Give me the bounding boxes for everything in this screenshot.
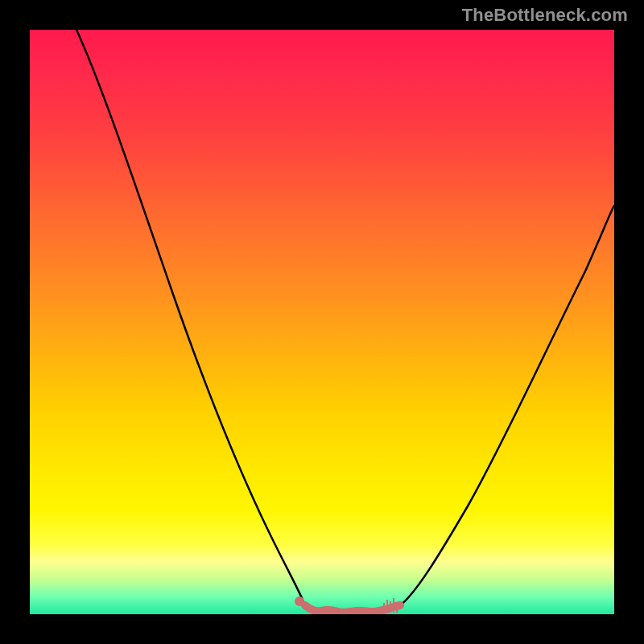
chart-frame: TheBottleneck.com [0,0,644,644]
watermark-text: TheBottleneck.com [462,5,628,26]
marker-dot [295,597,304,606]
left-curve [76,30,305,605]
bottom-flat-stroke [305,605,400,613]
chart-svg [30,30,614,614]
right-curve [400,205,614,605]
plot-area [30,30,614,614]
